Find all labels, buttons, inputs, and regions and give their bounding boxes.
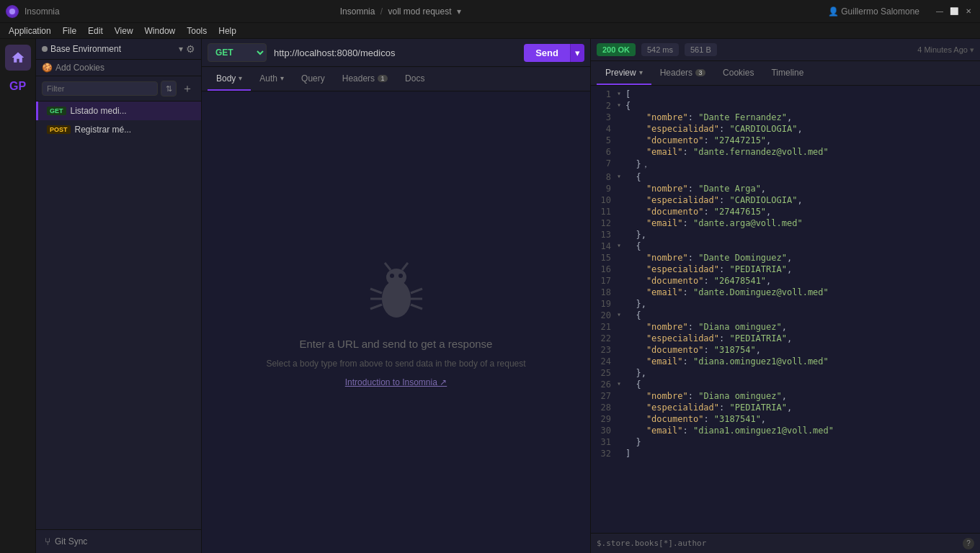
body-area: Enter a URL and send to get a response S…	[202, 91, 590, 553]
filter-sort-button[interactable]: ⇅	[161, 81, 177, 96]
json-line-2: 2 ▾ {	[591, 100, 980, 112]
environment-dot	[42, 46, 48, 52]
response-timestamp: 4 Minutes Ago ▾	[917, 45, 974, 55]
request-name-listado: Listado medi...	[71, 106, 127, 116]
json-line-24: 24 "email": "diana.ominguez1@voll.med"	[591, 356, 980, 367]
user-label: 👤 Guillermo Salomone	[828, 6, 919, 17]
json-line-15: 15 "nombre": "Dante Dominguez",	[591, 252, 980, 264]
menu-tools[interactable]: Tools	[181, 24, 213, 37]
method-badge-post: POST	[47, 125, 71, 134]
json-line-27: 27 "nombre": "Diana ominguez",	[591, 390, 980, 402]
send-button-group: Send ▾	[524, 44, 584, 62]
request-name-registrar: Registrar mé...	[75, 125, 132, 135]
close-button[interactable]: ✕	[963, 6, 974, 17]
right-panel: 200 OK 542 ms 561 B 4 Minutes Ago ▾ Prev…	[591, 39, 980, 553]
json-line-25: 25 },	[591, 367, 980, 379]
tab-timeline[interactable]: Timeline	[762, 62, 812, 85]
body-hint-sub: Select a body type from above to send da…	[266, 359, 525, 369]
json-filter-input[interactable]	[597, 539, 960, 548]
home-nav-button[interactable]	[5, 45, 31, 71]
menu-edit[interactable]: Edit	[82, 24, 109, 37]
collection-chevron: ▾	[457, 6, 461, 17]
menu-application[interactable]: Application	[3, 24, 57, 37]
request-item-get-medicos[interactable]: GET Listado medi...	[36, 102, 201, 120]
home-icon	[11, 50, 25, 65]
center-panel: GET POST PUT DELETE PATCH Send ▾ Body ▾ …	[202, 39, 591, 553]
send-dropdown-button[interactable]: ▾	[570, 44, 584, 62]
request-item-post-medicos[interactable]: POST Registrar mé...	[36, 120, 201, 139]
json-line-9: 9 "nombre": "Dante Arga",	[591, 183, 980, 194]
menu-window[interactable]: Window	[139, 24, 182, 37]
window-title: Insomnia / voll mod request ▾	[22, 6, 779, 17]
tab-response-headers[interactable]: Headers 3	[651, 62, 714, 85]
url-input[interactable]	[270, 45, 521, 61]
json-line-3: 3 "nombre": "Dante Fernandez",	[591, 112, 980, 123]
cookies-icon: 🍪	[42, 63, 53, 73]
tab-headers[interactable]: Headers 1	[334, 68, 396, 91]
json-line-30: 30 "email": "diana1.ominguez1@voll.med"	[591, 425, 980, 436]
titlebar: Insomnia Insomnia / voll mod request ▾ 👤…	[0, 0, 980, 23]
window-controls: — ⬜ ✕	[934, 6, 974, 17]
svg-point-1	[386, 269, 406, 286]
svg-point-10	[390, 274, 394, 278]
tab-docs[interactable]: Docs	[396, 68, 433, 91]
response-headers-badge: 3	[695, 69, 705, 76]
json-line-5: 5 "documento": "27447215",	[591, 135, 980, 146]
status-badge: 200 OK	[597, 43, 636, 56]
menu-help[interactable]: Help	[213, 24, 242, 37]
menu-file[interactable]: File	[57, 24, 82, 37]
json-line-13: 13 },	[591, 229, 980, 240]
json-line-6: 6 "email": "dante.fernandez@voll.med"	[591, 146, 980, 158]
menu-view[interactable]: View	[109, 24, 139, 37]
json-line-23: 23 "documento": "318754",	[591, 344, 980, 356]
headers-badge: 1	[378, 75, 388, 82]
svg-line-2	[385, 263, 391, 270]
tab-auth[interactable]: Auth ▾	[251, 68, 293, 91]
json-line-21: 21 "nombre": "Diana ominguez",	[591, 321, 980, 333]
json-line-31: 31 }	[591, 436, 980, 448]
json-line-28: 28 "especialidad": "PEDIATRIA",	[591, 402, 980, 413]
svg-line-3	[402, 263, 408, 270]
help-icon[interactable]: ?	[963, 538, 974, 549]
response-tab-bar: Preview ▾ Headers 3 Cookies Timeline	[591, 61, 980, 86]
json-line-7: 7 }，	[591, 158, 980, 171]
send-button[interactable]: Send	[524, 44, 570, 62]
body-hint-main: Enter a URL and send to get a response	[300, 338, 493, 350]
git-sync-button[interactable]: ⑂ Git Sync	[36, 529, 201, 553]
method-select[interactable]: GET POST PUT DELETE PATCH	[208, 43, 267, 62]
environment-settings-icon[interactable]: ⚙	[186, 43, 195, 55]
menubar: Application File Edit View Window Tools …	[0, 23, 980, 39]
json-filter-bar: ?	[591, 533, 980, 553]
tab-preview[interactable]: Preview ▾	[597, 62, 651, 85]
project-icon: GP	[9, 80, 26, 93]
project-nav-button[interactable]: GP	[5, 73, 31, 99]
add-cookies-button[interactable]: Add Cookies	[55, 63, 104, 73]
json-viewer: 1 ▾ [ 2 ▾ { 3 "nombre": "Dante Fernandez…	[591, 86, 980, 533]
maximize-button[interactable]: ⬜	[948, 6, 960, 17]
minimize-button[interactable]: —	[934, 6, 945, 17]
json-line-4: 4 "especialidad": "CARDIOLOGIA",	[591, 123, 980, 135]
filter-input[interactable]	[42, 81, 158, 96]
environment-label: Base Environment	[50, 44, 176, 54]
json-line-18: 18 "email": "dante.Dominguez@voll.med"	[591, 287, 980, 298]
json-line-11: 11 "documento": "27447615",	[591, 206, 980, 217]
request-tab-bar: Body ▾ Auth ▾ Query Headers 1 Docs	[202, 67, 590, 91]
git-sync-label: Git Sync	[55, 536, 87, 547]
json-line-19: 19 },	[591, 298, 980, 310]
bug-icon	[360, 257, 432, 329]
response-bar: 200 OK 542 ms 561 B 4 Minutes Ago ▾	[591, 39, 980, 61]
request-list: GET Listado medi... POST Registrar mé...	[36, 102, 201, 529]
json-line-20: 20 ▾ {	[591, 310, 980, 321]
icon-sidebar: GP	[0, 39, 36, 553]
json-line-16: 16 "especialidad": "PEDIATRIA",	[591, 264, 980, 275]
tab-query[interactable]: Query	[293, 68, 334, 91]
json-line-32: 32 ]	[591, 448, 980, 459]
method-badge-get: GET	[47, 107, 66, 115]
intro-link[interactable]: Introduction to Insomnia ↗	[345, 377, 447, 387]
app-icon	[6, 5, 19, 18]
response-size: 561 B	[685, 43, 717, 56]
filter-add-button[interactable]: ＋	[179, 81, 195, 96]
json-line-22: 22 "especialidad": "PEDIATRIA",	[591, 333, 980, 344]
tab-body[interactable]: Body ▾	[208, 68, 251, 91]
tab-cookies[interactable]: Cookies	[714, 62, 762, 85]
